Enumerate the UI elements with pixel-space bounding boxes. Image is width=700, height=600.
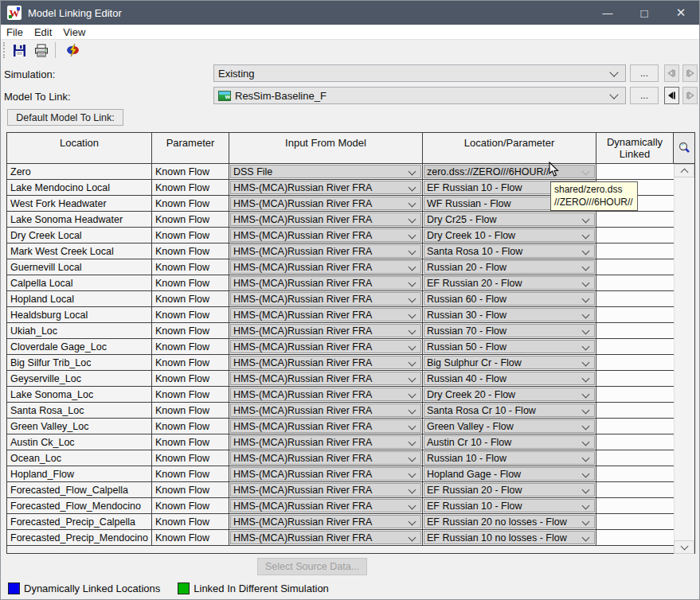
cell-input-from-model-dropdown[interactable]: HMS-(MCA)Russian River FRA [230, 451, 421, 465]
cell-location-parameter[interactable]: Dry Creek 20 - Flow [423, 387, 596, 402]
cell-input-from-model[interactable]: HMS-(MCA)Russian River FRA [229, 530, 423, 545]
cell-location-parameter[interactable]: Russian 40 - Flow [423, 371, 596, 386]
model-to-link-combo[interactable]: w ResSim-Baseline_F [213, 87, 626, 104]
cell-location-parameter-dropdown[interactable]: Russian 60 - Flow [424, 292, 595, 306]
cell-location-parameter[interactable]: Russian 70 - Flow [423, 323, 596, 338]
cell-input-from-model-dropdown[interactable]: HMS-(MCA)Russian River FRA [230, 181, 421, 194]
default-model-to-link-button[interactable]: Default Model To Link: [7, 109, 123, 126]
menu-file[interactable]: File [1, 26, 29, 38]
cell-location-parameter[interactable]: EF Russian 20 - Flow [423, 275, 596, 290]
compute-icon[interactable] [63, 41, 82, 59]
cell-input-from-model[interactable]: HMS-(MCA)Russian River FRA [229, 514, 423, 529]
cell-location-parameter[interactable]: Austin Cr 10 - Flow [423, 434, 596, 450]
cell-location-parameter-dropdown[interactable]: EF Russian 20 - Flow [424, 483, 595, 497]
cell-input-from-model-dropdown[interactable]: HMS-(MCA)Russian River FRA [230, 419, 421, 433]
maximize-button[interactable]: □ [626, 1, 663, 25]
cell-location-parameter-dropdown[interactable]: EF Russian 10 - Flow [424, 499, 595, 512]
cell-location-parameter[interactable]: Russian 20 - Flow [423, 259, 596, 275]
cell-input-from-model[interactable]: HMS-(MCA)Russian River FRA [229, 228, 423, 243]
cell-input-from-model-dropdown[interactable]: HMS-(MCA)Russian River FRA [230, 372, 421, 385]
cell-input-from-model[interactable]: HMS-(MCA)Russian River FRA [229, 196, 423, 211]
cell-input-from-model[interactable]: HMS-(MCA)Russian River FRA [229, 355, 423, 370]
cell-input-from-model-dropdown[interactable]: HMS-(MCA)Russian River FRA [230, 324, 421, 337]
cell-location-parameter[interactable]: Santa Rosa 10 - Flow [423, 244, 596, 259]
header-parameter[interactable]: Parameter [152, 133, 229, 163]
header-location[interactable]: Location [7, 133, 152, 163]
cell-input-from-model[interactable]: HMS-(MCA)Russian River FRA [229, 419, 423, 434]
cell-location-parameter[interactable]: EF Russian 20 - Flow [423, 482, 596, 497]
cell-location-parameter[interactable]: Dry Creek 10 - Flow [423, 228, 596, 243]
cell-input-from-model[interactable]: HMS-(MCA)Russian River FRA [229, 434, 423, 450]
cell-location-parameter-dropdown[interactable]: EF Russian 10 no losses - Flow [424, 531, 595, 544]
simulation-next-button[interactable] [682, 64, 698, 82]
close-button[interactable]: ✕ [663, 1, 699, 25]
cell-input-from-model-dropdown[interactable]: HMS-(MCA)Russian River FRA [230, 244, 421, 258]
cell-location-parameter[interactable]: EF Russian 20 no losses - Flow [423, 514, 596, 529]
cell-location-parameter[interactable]: zero.dss://ZERO///6HOUR// [423, 164, 596, 179]
model-browse-button[interactable]: ... [630, 87, 659, 104]
cell-input-from-model-dropdown[interactable]: HMS-(MCA)Russian River FRA [230, 356, 421, 369]
model-prev-button[interactable] [664, 87, 679, 104]
cell-location-parameter-dropdown[interactable]: Austin Cr 10 - Flow [424, 435, 595, 449]
vertical-scrollbar[interactable] [674, 164, 694, 554]
cell-input-from-model[interactable]: HMS-(MCA)Russian River FRA [229, 212, 423, 227]
minimize-button[interactable]: — [589, 1, 626, 25]
cell-location-parameter-dropdown[interactable]: Russian 40 - Flow [424, 372, 595, 385]
cell-input-from-model[interactable]: HMS-(MCA)Russian River FRA [229, 498, 423, 513]
cell-location-parameter[interactable]: Russian 10 - Flow [423, 450, 596, 466]
cell-location-parameter-dropdown[interactable]: zero.dss://ZERO///6HOUR// [424, 165, 595, 178]
cell-location-parameter-dropdown[interactable]: Green Valley - Flow [424, 419, 595, 433]
cell-input-from-model[interactable]: HMS-(MCA)Russian River FRA [229, 371, 423, 386]
select-source-data-button[interactable]: Select Source Data... [257, 558, 367, 575]
cell-location-parameter-dropdown[interactable]: Russian 70 - Flow [424, 324, 595, 337]
cell-input-from-model-dropdown[interactable]: HMS-(MCA)Russian River FRA [230, 260, 421, 274]
cell-location-parameter-dropdown[interactable]: Russian 50 - Flow [424, 340, 595, 353]
print-icon[interactable] [32, 41, 51, 59]
cell-input-from-model[interactable]: HMS-(MCA)Russian River FRA [229, 259, 423, 275]
cell-location-parameter[interactable]: EF Russian 10 - Flow [423, 498, 596, 513]
cell-input-from-model-dropdown[interactable]: HMS-(MCA)Russian River FRA [230, 197, 421, 210]
cell-location-parameter[interactable]: Green Valley - Flow [423, 419, 596, 434]
cell-input-from-model-dropdown[interactable]: HMS-(MCA)Russian River FRA [230, 340, 421, 353]
simulation-combo[interactable]: Existing [213, 64, 626, 82]
header-dynamically-linked[interactable]: Dynamically Linked [596, 133, 674, 163]
cell-location-parameter-dropdown[interactable]: EF Russian 20 - Flow [424, 276, 595, 290]
cell-input-from-model[interactable]: HMS-(MCA)Russian River FRA [229, 387, 423, 402]
cell-input-from-model[interactable]: HMS-(MCA)Russian River FRA [229, 291, 423, 306]
cell-input-from-model[interactable]: DSS File [229, 164, 423, 179]
cell-input-from-model-dropdown[interactable]: HMS-(MCA)Russian River FRA [230, 499, 421, 512]
cell-input-from-model-dropdown[interactable]: HMS-(MCA)Russian River FRA [230, 403, 421, 417]
cell-location-parameter[interactable]: Dry Cr25 - Flow [423, 212, 596, 227]
cell-location-parameter[interactable]: Santa Rosa Cr 10 - Flow [423, 403, 596, 418]
cell-input-from-model-dropdown[interactable]: HMS-(MCA)Russian River FRA [230, 515, 421, 528]
cell-input-from-model[interactable]: HMS-(MCA)Russian River FRA [229, 180, 423, 195]
cell-input-from-model-dropdown[interactable]: HMS-(MCA)Russian River FRA [230, 467, 421, 481]
cell-input-from-model-dropdown[interactable]: HMS-(MCA)Russian River FRA [230, 228, 421, 242]
cell-input-from-model-dropdown[interactable]: HMS-(MCA)Russian River FRA [230, 435, 421, 449]
cell-location-parameter-dropdown[interactable]: Santa Rosa 10 - Flow [424, 244, 595, 258]
cell-input-from-model-dropdown[interactable]: HMS-(MCA)Russian River FRA [230, 212, 421, 226]
cell-input-from-model[interactable]: HMS-(MCA)Russian River FRA [229, 307, 423, 322]
cell-location-parameter-dropdown[interactable]: Dry Cr25 - Flow [424, 212, 595, 226]
scrollbar-track[interactable] [674, 177, 694, 540]
cell-input-from-model-dropdown[interactable]: HMS-(MCA)Russian River FRA [230, 483, 421, 497]
cell-location-parameter[interactable]: Russian 30 - Flow [423, 307, 596, 322]
cell-input-from-model-dropdown[interactable]: HMS-(MCA)Russian River FRA [230, 388, 421, 401]
cell-input-from-model-dropdown[interactable]: HMS-(MCA)Russian River FRA [230, 292, 421, 306]
cell-input-from-model-dropdown[interactable]: DSS File [230, 165, 421, 178]
cell-location-parameter-dropdown[interactable]: Big Sulphur Cr - Flow [424, 356, 595, 369]
cell-input-from-model-dropdown[interactable]: HMS-(MCA)Russian River FRA [230, 308, 421, 321]
cell-location-parameter-dropdown[interactable]: Russian 10 - Flow [424, 451, 595, 465]
cell-input-from-model[interactable]: HMS-(MCA)Russian River FRA [229, 482, 423, 497]
cell-location-parameter-dropdown[interactable]: EF Russian 20 no losses - Flow [424, 515, 595, 528]
cell-location-parameter-dropdown[interactable]: Hopland Gage - Flow [424, 467, 595, 481]
scrollbar-down-button[interactable] [674, 540, 694, 554]
cell-input-from-model[interactable]: HMS-(MCA)Russian River FRA [229, 244, 423, 259]
scrollbar-up-button[interactable] [674, 164, 694, 177]
menu-edit[interactable]: Edit [29, 26, 57, 38]
header-input-from-model[interactable]: Input From Model [229, 133, 423, 163]
cell-location-parameter-dropdown[interactable]: Russian 20 - Flow [424, 260, 595, 274]
cell-location-parameter-dropdown[interactable]: Santa Rosa Cr 10 - Flow [424, 403, 595, 417]
save-icon[interactable] [10, 41, 29, 59]
cell-location-parameter-dropdown[interactable]: Russian 30 - Flow [424, 308, 595, 321]
